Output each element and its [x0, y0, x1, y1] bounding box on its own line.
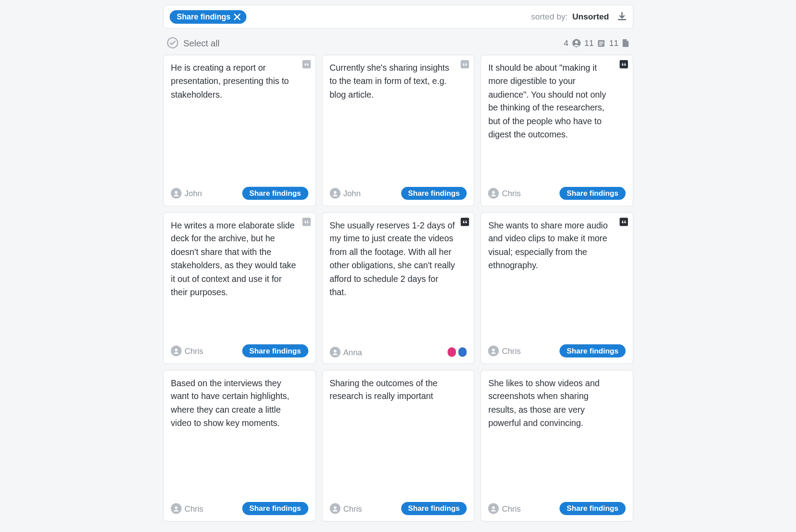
author: Chris	[488, 188, 520, 198]
author-name: Chris	[343, 504, 362, 513]
card[interactable]: It should be about "making it more diges…	[481, 55, 633, 206]
svg-point-15	[492, 506, 495, 509]
author: Chris	[171, 346, 203, 356]
sort-control[interactable]: sorted by: Unsorted	[531, 12, 609, 22]
author: Chris	[488, 346, 520, 356]
svg-point-13	[175, 506, 177, 509]
filter-chip-label: Share findings	[177, 12, 231, 21]
card[interactable]: She likes to show videos and screenshots…	[481, 370, 633, 521]
note-icon	[597, 38, 606, 48]
download-icon[interactable]	[617, 12, 627, 22]
author: Chris	[488, 503, 520, 514]
quote-icon	[302, 218, 310, 226]
person-icon	[572, 38, 581, 48]
avatar-icon	[171, 346, 181, 356]
tag-pill[interactable]: Share findings	[242, 502, 308, 515]
card-footer: ChrisShare findings	[171, 344, 308, 357]
tag-pill[interactable]: Share findings	[401, 502, 467, 515]
card-text: She likes to show videos and screenshots…	[488, 376, 625, 497]
filter-chip[interactable]: Share findings	[170, 10, 247, 23]
avatar-icon	[329, 347, 340, 357]
author-name: John	[184, 189, 202, 198]
card-text: Based on the interviews they want to hav…	[171, 376, 308, 497]
avatar-icon	[171, 503, 181, 514]
svg-point-0	[168, 38, 178, 48]
avatar-icon	[488, 503, 499, 514]
tag-pill[interactable]: Share findings	[559, 502, 625, 515]
notes-count: 11	[585, 38, 594, 48]
quote-icon	[461, 218, 469, 226]
avatar-icon	[171, 188, 181, 198]
card-text: It should be about "making it more diges…	[488, 61, 625, 182]
author: John	[329, 188, 360, 198]
author-name: Anna	[343, 348, 362, 357]
card-footer: ChrisShare findings	[329, 502, 467, 515]
svg-rect-6	[599, 45, 602, 46]
card-footer: ChrisShare findings	[488, 344, 625, 357]
author-name: Chris	[502, 504, 520, 513]
card[interactable]: She wants to share more audio and video …	[481, 213, 633, 364]
select-all-label: Select all	[184, 38, 220, 48]
svg-point-9	[492, 191, 495, 194]
card[interactable]: Currently she's sharing insights to the …	[322, 55, 475, 206]
card-text: He writes a more elaborate slide deck fo…	[171, 219, 308, 339]
docs-count: 11	[609, 38, 619, 48]
select-row: Select all 4 11 11	[163, 29, 633, 55]
card-footer: ChrisShare findings	[488, 502, 625, 515]
card-text: He is creating a report or presentation,…	[171, 61, 308, 182]
author: Chris	[329, 503, 362, 514]
svg-point-12	[492, 349, 495, 351]
tag-pill[interactable]: Share findings	[559, 187, 625, 200]
quote-icon	[620, 218, 628, 226]
card-text: She wants to share more audio and video …	[488, 219, 625, 339]
sorted-by-label: sorted by:	[531, 12, 568, 22]
card-text: Currently she's sharing insights to the …	[329, 61, 467, 182]
svg-point-11	[333, 350, 336, 353]
select-all-button[interactable]: Select all	[167, 37, 220, 49]
card-footer: ChrisShare findings	[171, 502, 308, 515]
close-icon[interactable]	[234, 13, 241, 20]
card-footer: ChrisShare findings	[488, 187, 625, 200]
filter-bar: Share findings sorted by: Unsorted	[163, 5, 633, 29]
card-footer: Anna	[329, 347, 467, 357]
card-footer: JohnShare findings	[329, 187, 467, 200]
card-text: She usually reserves 1-2 days of my time…	[329, 219, 467, 342]
tag-pill[interactable]: Share findings	[401, 187, 467, 200]
tag-dot-blue[interactable]	[459, 347, 467, 357]
card[interactable]: He is creating a report or presentation,…	[163, 55, 316, 206]
avatar-icon	[329, 188, 340, 198]
author-name: Chris	[184, 504, 203, 513]
card[interactable]: Sharing the outcomes of the research is …	[322, 370, 475, 521]
author-name: Chris	[502, 346, 520, 355]
doc-icon	[622, 38, 630, 48]
tag-pill[interactable]: Share findings	[559, 344, 625, 357]
author-name: Chris	[184, 346, 203, 355]
counts: 4 11 11	[564, 38, 630, 48]
svg-point-10	[175, 349, 177, 351]
tag-pill[interactable]: Share findings	[242, 187, 308, 200]
author-name: John	[343, 189, 360, 198]
people-count: 4	[564, 38, 568, 48]
card-grid: He is creating a report or presentation,…	[163, 55, 633, 522]
tag-pill[interactable]: Share findings	[242, 344, 308, 357]
card-text: Sharing the outcomes of the research is …	[329, 376, 467, 497]
svg-point-8	[333, 191, 336, 194]
svg-rect-5	[599, 43, 603, 44]
author: John	[171, 188, 202, 198]
tag-dot-pink[interactable]	[448, 347, 456, 357]
sorted-by-value: Unsorted	[572, 12, 609, 22]
check-circle-icon	[167, 37, 179, 49]
author: Chris	[171, 503, 203, 514]
card[interactable]: He writes a more elaborate slide deck fo…	[163, 213, 316, 364]
author: Anna	[329, 347, 362, 357]
avatar-icon	[488, 346, 499, 356]
svg-rect-4	[599, 42, 603, 42]
card[interactable]: Based on the interviews they want to hav…	[163, 370, 316, 521]
author-name: Chris	[502, 189, 520, 198]
avatar-icon	[329, 503, 340, 514]
tag-dots[interactable]	[448, 347, 467, 357]
svg-point-14	[333, 506, 336, 509]
card[interactable]: She usually reserves 1-2 days of my time…	[322, 213, 475, 364]
avatar-icon	[488, 188, 499, 198]
svg-point-2	[575, 41, 578, 43]
